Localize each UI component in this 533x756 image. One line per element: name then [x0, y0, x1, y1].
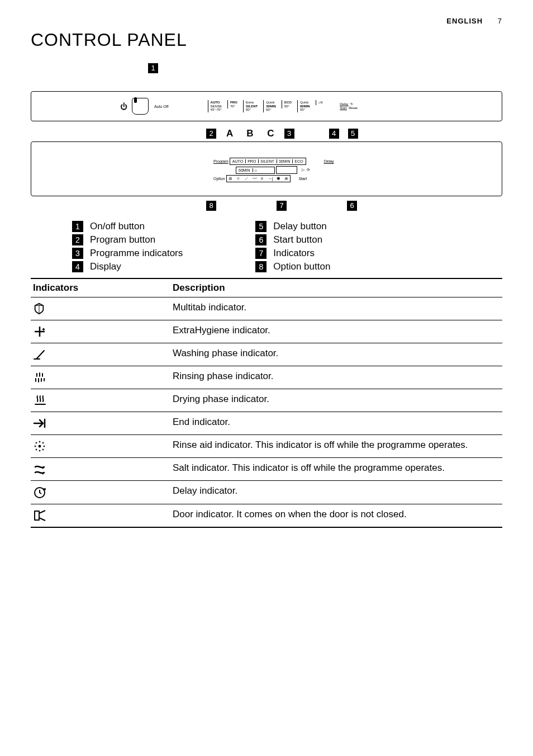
- legend-item-8: 8Option button: [255, 261, 330, 272]
- delay-start-group: Delay ↻ Start Reset: [340, 102, 358, 110]
- callout-marker-6: 6: [347, 201, 357, 211]
- svg-point-3: [35, 446, 36, 447]
- prog-silent: ExtraSILENT50°: [243, 100, 260, 112]
- door-icon: [31, 504, 170, 527]
- svg-point-4: [44, 446, 45, 447]
- abc-labels: A B C: [226, 128, 280, 139]
- cell-desc: Rinsing phase indicator.: [170, 366, 502, 389]
- knob-icon: [132, 98, 149, 115]
- page-header: ENGLISH 7: [31, 17, 502, 25]
- legend-item-1: 1On/off button: [72, 221, 183, 232]
- svg-point-0: [39, 445, 41, 447]
- option-label: Option: [213, 177, 225, 181]
- mid-control-panel-diagram: Program AUTOPROSILENT30MINECO Delay 60MI…: [31, 141, 502, 196]
- callout-marker-8: 8: [206, 201, 216, 211]
- extrahygiene-icon: [31, 320, 170, 343]
- callout-marker-7: 7: [277, 201, 287, 211]
- table-row: Washing phase indicator.: [31, 343, 502, 366]
- drying-icon: [31, 389, 170, 412]
- legend-item-6: 6Start button: [255, 234, 330, 245]
- table-row: Rinse aid indicator. This indicator is o…: [31, 435, 502, 458]
- start-label: Start: [298, 177, 307, 181]
- multitab-icon: [31, 297, 170, 320]
- rinseaid-icon: [31, 435, 170, 458]
- cell-desc: Salt indicator. This indicator is off wh…: [170, 458, 502, 481]
- callout-marker-3: 3: [284, 129, 294, 139]
- washing-icon: [31, 343, 170, 366]
- power-icon: ⏻: [120, 102, 127, 111]
- callout-1-wrap: 1: [148, 63, 502, 88]
- page-title: CONTROL PANEL: [31, 30, 502, 50]
- table-header-description: Description: [170, 278, 502, 297]
- svg-point-7: [36, 449, 37, 450]
- callout-marker-4: 4: [329, 129, 339, 139]
- cell-desc: Multitab indicator.: [170, 297, 502, 320]
- prog-auto: AUTOSENSE45°-70°: [208, 100, 224, 112]
- end-icon: [31, 412, 170, 435]
- prog-pro: PRO70°: [227, 100, 240, 108]
- legend-item-4: 4Display: [72, 261, 183, 272]
- table-row: Delay indicator.: [31, 481, 502, 504]
- cell-desc: Delay indicator.: [170, 481, 502, 504]
- auto-off-label: Auto Off: [154, 105, 169, 108]
- lang-label: ENGLISH: [446, 17, 483, 25]
- cell-desc: Drying phase indicator.: [170, 389, 502, 412]
- legend-item-7: 7Indicators: [255, 248, 330, 259]
- table-row: ExtraHygiene indicator.: [31, 320, 502, 343]
- rinsing-icon: [31, 366, 170, 389]
- callout-marker-5: 5: [348, 129, 358, 139]
- program-label: Program: [213, 159, 229, 163]
- callout-marker-1: 1: [148, 63, 158, 73]
- table-row: Rinsing phase indicator.: [31, 366, 502, 389]
- legend-item-3: 3Programme indicators: [72, 248, 183, 259]
- cell-desc: Door indicator. It comes on when the doo…: [170, 504, 502, 527]
- salt-icon: [31, 458, 170, 481]
- cell-desc: ExtraHygiene indicator.: [170, 320, 502, 343]
- table-header-indicators: Indicators: [31, 278, 170, 297]
- legend-item-2: 2Program button: [72, 234, 183, 245]
- svg-point-5: [36, 442, 37, 443]
- indicators-table: Indicators Description Multitab indicato…: [31, 278, 502, 528]
- indicator-icon-row: ⊛✧⟋〰≡→|✱≊: [226, 175, 291, 182]
- delay-label: Delay: [324, 159, 334, 163]
- delay-icon: [31, 481, 170, 504]
- cell-desc: Rinse aid indicator. This indicator is o…: [170, 435, 502, 458]
- prog-glass: ⌂≋: [316, 100, 326, 105]
- program-labels: AUTOSENSE45°-70° PRO70° ExtraSILENT50° Q…: [208, 100, 326, 112]
- table-row: Multitab indicator.: [31, 297, 502, 320]
- cell-desc: End indicator.: [170, 412, 502, 435]
- table-row: End indicator.: [31, 412, 502, 435]
- table-row: Door indicator. It comes on when the doo…: [31, 504, 502, 527]
- svg-point-6: [42, 442, 44, 443]
- prog-eco: ECO50°: [282, 100, 294, 108]
- legend-item-5: 5Delay button: [255, 221, 330, 232]
- legend: 1On/off button 2Program button 3Programm…: [31, 221, 502, 272]
- table-row: Drying phase indicator.: [31, 389, 502, 412]
- cell-desc: Washing phase indicator.: [170, 343, 502, 366]
- display-screen: [276, 166, 297, 174]
- prog-60min: Quick60MIN55°: [297, 100, 312, 112]
- mid-callouts-row: 2 A B C 3 4 5: [206, 128, 502, 139]
- callout-marker-2: 2: [206, 129, 216, 139]
- prog-30min: Quick30MIN60°: [263, 100, 278, 112]
- table-row: Salt indicator. This indicator is off wh…: [31, 458, 502, 481]
- bottom-callouts-row: 8 7 6: [206, 201, 502, 211]
- svg-point-1: [39, 441, 40, 442]
- svg-point-8: [42, 449, 44, 450]
- program-indicator-box-2: 60MIN⌂: [236, 167, 275, 174]
- top-control-panel-diagram: ⏻ Auto Off AUTOSENSE45°-70° PRO70° Extra…: [31, 91, 502, 121]
- page-number: 7: [498, 17, 502, 25]
- svg-point-2: [39, 450, 40, 451]
- program-indicator-box: AUTOPROSILENT30MINECO: [230, 158, 306, 165]
